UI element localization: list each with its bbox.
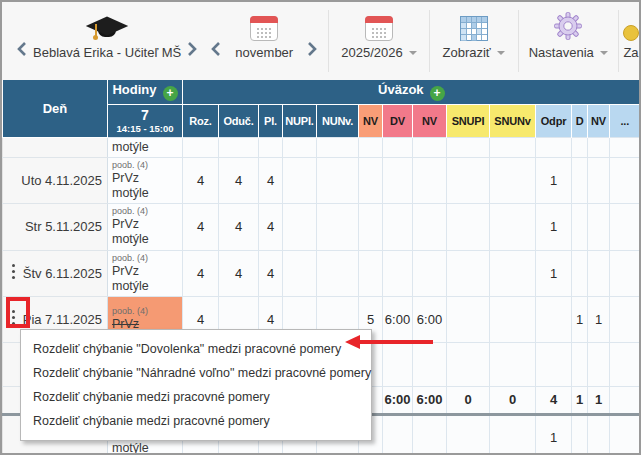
cell-nv3[interactable] bbox=[588, 250, 610, 296]
cell-d[interactable]: 1 bbox=[572, 386, 588, 414]
cell-roz[interactable]: 4 bbox=[183, 157, 219, 203]
hodiny-cell[interactable]: poob. (4)PrVzmotýle bbox=[108, 203, 183, 250]
cell-odpr[interactable] bbox=[536, 296, 572, 342]
cell-snunv[interactable] bbox=[490, 342, 536, 386]
cell-snupi[interactable] bbox=[447, 296, 490, 342]
cell-nv2[interactable] bbox=[413, 250, 447, 296]
cell-nupi[interactable] bbox=[283, 250, 317, 296]
cell-dots[interactable] bbox=[610, 250, 640, 296]
cell-nunv[interactable] bbox=[317, 137, 359, 157]
cell-nv3[interactable] bbox=[588, 342, 610, 386]
cell-snupi[interactable] bbox=[447, 342, 490, 386]
cutoff-toolbar-item[interactable]: Za bbox=[623, 2, 639, 80]
date-cell[interactable]: Štv 6.11.2025 bbox=[3, 250, 108, 296]
date-cell[interactable] bbox=[3, 137, 108, 157]
cell-dots[interactable] bbox=[610, 137, 640, 157]
cell-d[interactable] bbox=[572, 157, 588, 203]
menu-item-2[interactable]: Rozdeliť chýbanie "Náhradné voľno" medzi… bbox=[21, 361, 371, 385]
view-menu[interactable]: Zobraziť bbox=[434, 2, 514, 80]
cell-dots[interactable] bbox=[610, 342, 640, 386]
cell-snunv[interactable] bbox=[490, 296, 536, 342]
cell-roz[interactable] bbox=[183, 137, 219, 157]
cell-nunv[interactable] bbox=[317, 250, 359, 296]
prev-teacher-button[interactable] bbox=[10, 41, 33, 60]
kebab-menu-icon[interactable] bbox=[12, 264, 15, 267]
cell-pl[interactable]: 4 bbox=[259, 203, 283, 250]
cell-nv1[interactable] bbox=[359, 203, 383, 250]
cell-dv[interactable] bbox=[383, 137, 413, 157]
cell-d[interactable] bbox=[572, 137, 588, 157]
cell-nv3[interactable]: 1 bbox=[588, 296, 610, 342]
cell-pl[interactable]: 4 bbox=[259, 250, 283, 296]
hodiny-cell[interactable]: poob. (4)PrVzmotýle bbox=[108, 157, 183, 203]
cell-snunv[interactable] bbox=[490, 250, 536, 296]
month-selector[interactable]: november bbox=[227, 2, 301, 80]
cell-snunv[interactable] bbox=[490, 137, 536, 157]
settings-menu[interactable]: Nastavenia bbox=[523, 2, 615, 80]
cell-oduc[interactable] bbox=[219, 137, 259, 157]
cell-nunv[interactable] bbox=[317, 203, 359, 250]
menu-item-4[interactable]: Rozdeliť chýbanie medzi pracovné pomery bbox=[21, 409, 371, 433]
cell-nv3[interactable] bbox=[588, 137, 610, 157]
cell-snupi[interactable] bbox=[447, 203, 490, 250]
date-cell[interactable]: Uto 4.11.2025 bbox=[3, 157, 108, 203]
cell-snunv[interactable] bbox=[490, 203, 536, 250]
cell-dots[interactable] bbox=[610, 386, 640, 414]
cell-odpr[interactable] bbox=[536, 342, 572, 386]
cell-snupi[interactable] bbox=[447, 157, 490, 203]
add-hour-button[interactable]: + bbox=[163, 86, 178, 101]
hodiny-cell[interactable]: poob. (4)PrVzmotýle bbox=[108, 250, 183, 296]
cell-nv2[interactable] bbox=[413, 414, 447, 455]
school-year-selector[interactable]: 2025/2026 bbox=[333, 2, 425, 80]
cell-d[interactable]: 1 bbox=[572, 296, 588, 342]
cell-pl[interactable]: 4 bbox=[259, 157, 283, 203]
date-cell[interactable]: Str 5.11.2025 bbox=[3, 203, 108, 250]
cell-snunv[interactable] bbox=[490, 414, 536, 455]
add-uvazok-button[interactable]: + bbox=[430, 86, 445, 101]
cell-nv2[interactable] bbox=[413, 157, 447, 203]
cell-nupi[interactable] bbox=[283, 157, 317, 203]
cell-odpr[interactable]: 1 bbox=[536, 250, 572, 296]
cell-nv1[interactable] bbox=[359, 250, 383, 296]
cell-nv1[interactable] bbox=[359, 137, 383, 157]
prev-month-button[interactable] bbox=[204, 41, 227, 60]
cell-snupi[interactable]: 0 bbox=[447, 386, 490, 414]
cell-dots[interactable] bbox=[610, 203, 640, 250]
cell-nupi[interactable] bbox=[283, 137, 317, 157]
hodiny-cell[interactable]: motýle bbox=[108, 137, 183, 157]
cell-d[interactable] bbox=[572, 203, 588, 250]
cell-nv2[interactable] bbox=[413, 137, 447, 157]
cell-nunv[interactable] bbox=[317, 157, 359, 203]
cell-dots[interactable] bbox=[610, 296, 640, 342]
cell-roz[interactable]: 4 bbox=[183, 250, 219, 296]
cell-nv2[interactable] bbox=[413, 203, 447, 250]
cell-snupi[interactable] bbox=[447, 414, 490, 455]
cell-nv3[interactable] bbox=[588, 414, 610, 455]
cell-dots[interactable] bbox=[610, 414, 640, 455]
cell-odpr[interactable]: 4 bbox=[536, 386, 572, 414]
cell-d[interactable] bbox=[572, 250, 588, 296]
cell-snupi[interactable] bbox=[447, 250, 490, 296]
cell-dv[interactable]: 6:00 bbox=[383, 386, 413, 414]
cell-nv2[interactable]: 6:00 bbox=[413, 386, 447, 414]
cell-nv3[interactable]: 1 bbox=[588, 386, 610, 414]
cell-dv[interactable] bbox=[383, 250, 413, 296]
cell-pl[interactable] bbox=[259, 137, 283, 157]
cell-d[interactable] bbox=[572, 414, 588, 455]
cell-nupi[interactable] bbox=[283, 203, 317, 250]
cell-dots[interactable] bbox=[610, 157, 640, 203]
cell-nv1[interactable] bbox=[359, 157, 383, 203]
cell-snunv[interactable] bbox=[490, 157, 536, 203]
teacher-selector[interactable]: Beblavá Erika - Učiteľ MŠ bbox=[33, 2, 181, 80]
cell-oduc[interactable]: 4 bbox=[219, 157, 259, 203]
cell-oduc[interactable]: 4 bbox=[219, 203, 259, 250]
cell-roz[interactable]: 4 bbox=[183, 203, 219, 250]
menu-item-1[interactable]: Rozdeliť chýbanie "Dovolenka" medzi prac… bbox=[21, 337, 371, 361]
cell-snupi[interactable] bbox=[447, 137, 490, 157]
cell-oduc[interactable]: 4 bbox=[219, 250, 259, 296]
cell-dv[interactable] bbox=[383, 414, 413, 455]
cell-odpr[interactable]: 1 bbox=[536, 157, 572, 203]
cell-odpr[interactable]: 1 bbox=[536, 414, 572, 455]
cell-odpr[interactable] bbox=[536, 137, 572, 157]
cell-dv[interactable] bbox=[383, 157, 413, 203]
